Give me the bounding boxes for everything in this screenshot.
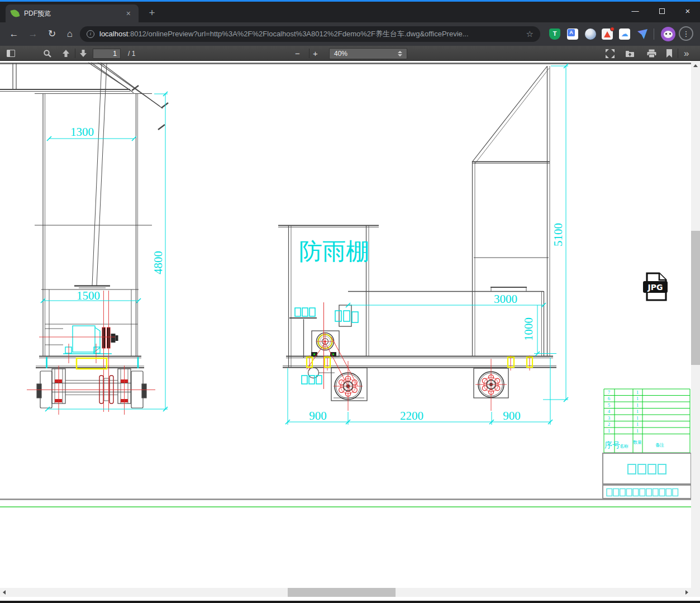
dim-front-height: 4800 xyxy=(151,251,165,274)
svg-text:6: 6 xyxy=(608,396,611,401)
svg-text:1: 1 xyxy=(636,428,639,434)
window-minimize-button[interactable]: — xyxy=(626,3,645,19)
svg-text:3: 3 xyxy=(608,415,611,421)
dim-body-height: 1000 xyxy=(522,317,535,341)
extension-red-badge-icon[interactable] xyxy=(602,29,613,40)
side-view-right-wheel xyxy=(475,359,507,411)
svg-text:1: 1 xyxy=(608,428,611,434)
site-info-icon[interactable]: i xyxy=(87,30,94,38)
pdf-toolbar: / 1 − + 40% » xyxy=(0,46,700,61)
window-maximize-button[interactable] xyxy=(653,3,672,19)
bom-table-values: 7 1 6 1 5 1 4 1 3 1 2 1 1 1 xyxy=(608,390,639,434)
tab-close-icon[interactable]: × xyxy=(124,9,133,18)
bottom-edge xyxy=(0,601,700,603)
dim-front-top-width: 1300 xyxy=(70,125,94,139)
svg-text:1: 1 xyxy=(636,402,639,408)
search-icon[interactable] xyxy=(43,46,52,61)
print-icon[interactable] xyxy=(647,46,656,61)
shelter-label: 防雨棚 xyxy=(299,238,369,265)
front-view-motor xyxy=(47,326,139,368)
spring-leaf-favicon xyxy=(10,8,20,18)
presentation-mode-icon[interactable] xyxy=(606,46,615,61)
new-tab-button[interactable]: + xyxy=(144,6,160,21)
vertical-scrollbar[interactable] xyxy=(691,61,700,597)
svg-text:序号: 序号 xyxy=(604,440,620,449)
jpg-file-icon: JPG xyxy=(643,273,668,300)
dim-front-mid-width: 1500 xyxy=(77,289,100,302)
svg-text:1: 1 xyxy=(636,396,639,401)
back-icon[interactable]: ← xyxy=(7,27,21,41)
scrollbar-corner xyxy=(691,588,700,597)
zoom-level-value: 40% xyxy=(334,50,347,58)
svg-text:1: 1 xyxy=(636,409,639,414)
home-icon[interactable]: ⌂ xyxy=(63,27,77,41)
svg-text:1: 1 xyxy=(636,415,639,421)
scroll-right-icon[interactable] xyxy=(685,590,688,595)
toolbar-separator xyxy=(654,29,654,40)
extension-cloud-icon[interactable]: ☁ xyxy=(619,29,630,40)
jpg-label: JPG xyxy=(647,283,663,292)
cad-drawing: 1300 4800 1500 xyxy=(0,61,691,588)
forward-icon[interactable]: → xyxy=(26,27,40,41)
tab-title: PDF预览 xyxy=(24,9,124,18)
zoom-spinner-icon xyxy=(398,51,402,56)
svg-text:1: 1 xyxy=(636,390,639,395)
horizontal-scrollbar-thumb[interactable] xyxy=(288,588,396,597)
url-path: :8012/onlinePreview?url=http%3A%2F%2Floc… xyxy=(128,30,468,38)
page-up-icon[interactable] xyxy=(61,46,70,61)
svg-text:4: 4 xyxy=(608,409,611,414)
bom-table-headers: 序号 名称 数量 备注 xyxy=(604,440,664,449)
sidebar-toggle-icon[interactable] xyxy=(7,46,15,61)
title-block-boxes xyxy=(603,453,691,498)
profile-avatar[interactable] xyxy=(661,27,675,41)
dim-body-length: 3000 xyxy=(494,292,517,306)
extension-sphere-icon[interactable] xyxy=(585,29,596,40)
dim-side-total-height: 5100 xyxy=(551,223,565,246)
url-text[interactable]: localhost:8012/onlinePreview?url=http%3A… xyxy=(99,29,522,39)
bookmark-icon[interactable] xyxy=(665,46,673,61)
zoom-in-button[interactable]: + xyxy=(313,46,318,61)
window-close-button[interactable]: × xyxy=(678,3,697,19)
window-titlebar: PDF预览 × + — × xyxy=(0,0,700,22)
svg-text:1: 1 xyxy=(636,421,639,427)
dim-span-right: 900 xyxy=(503,409,521,422)
bookmark-star-icon[interactable]: ☆ xyxy=(526,29,534,39)
front-view xyxy=(0,63,168,408)
dim-span-left: 900 xyxy=(309,409,327,422)
page-down-icon[interactable] xyxy=(79,46,88,61)
bottom-gap xyxy=(0,597,700,601)
browser-navbar: ← → ↻ ⌂ i localhost:8012/onlinePreview?u… xyxy=(0,22,700,46)
svg-text:7: 7 xyxy=(608,390,611,395)
browser-tab[interactable]: PDF预览 × xyxy=(6,4,139,22)
vertical-scrollbar-thumb[interactable] xyxy=(691,231,700,365)
dim-span-mid: 2200 xyxy=(400,409,423,422)
horizontal-scrollbar[interactable] xyxy=(0,588,691,597)
extension-translate-icon[interactable]: A xyxy=(567,29,578,40)
open-file-icon[interactable] xyxy=(625,46,635,61)
page-number-input[interactable] xyxy=(93,46,121,61)
svg-text:名称: 名称 xyxy=(620,444,628,449)
pdf-page-canvas: 1300 4800 1500 xyxy=(0,61,691,588)
zoom-out-button[interactable]: − xyxy=(295,46,300,61)
browser-menu-icon[interactable]: ⋮ xyxy=(679,26,693,41)
zoom-select[interactable]: 40% xyxy=(329,46,407,61)
page-count-label: / 1 xyxy=(124,46,135,61)
svg-text:数量: 数量 xyxy=(633,440,642,445)
url-host: localhost xyxy=(99,30,128,38)
svg-text:2: 2 xyxy=(608,421,611,427)
scroll-left-icon[interactable] xyxy=(3,590,6,595)
svg-text:5: 5 xyxy=(608,402,611,408)
scroll-up-icon[interactable] xyxy=(693,64,698,67)
extension-shield-icon[interactable]: T xyxy=(549,29,560,40)
window-accent-strip xyxy=(0,0,700,2)
reload-icon[interactable]: ↻ xyxy=(45,27,59,41)
address-bar[interactable]: i localhost:8012/onlinePreview?url=http%… xyxy=(80,26,540,42)
more-tools-icon[interactable]: » xyxy=(684,46,689,61)
extension-bird-icon[interactable] xyxy=(637,29,648,40)
front-view-dimensions xyxy=(41,92,168,411)
svg-text:备注: 备注 xyxy=(655,443,664,448)
